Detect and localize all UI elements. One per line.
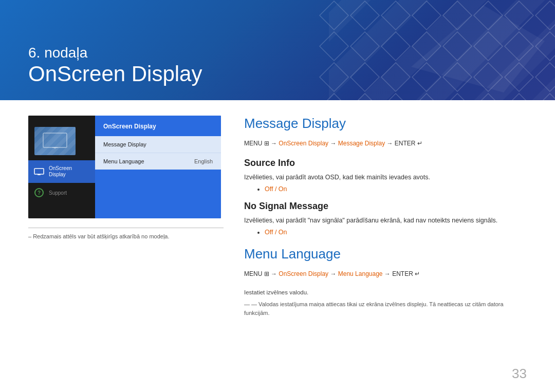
path-message-display: Message Display xyxy=(338,140,385,147)
path-enter: ENTER ↵ xyxy=(395,140,422,147)
path2-onscreen: OnScreen Display xyxy=(279,270,328,277)
menu-item-support[interactable]: ? Support xyxy=(28,183,95,202)
menu-item-onscreen-label: OnScreen Display xyxy=(49,165,90,178)
support-icon: ? xyxy=(34,188,44,197)
path-arrow-3: → xyxy=(386,140,394,147)
menu-language-section: Menu Language MENU ⊞ → OnScreen Display … xyxy=(244,246,527,317)
header-title: 6. nodaļa OnScreen Display xyxy=(28,45,202,86)
path-arrow-2: → xyxy=(330,140,338,147)
menu-language-desc: Iestatiet izvēlnes valodu. xyxy=(244,288,527,297)
menu-left-sidebar: OnScreen Display ? Support xyxy=(28,116,95,218)
onscreen-icon xyxy=(33,167,45,176)
main-content: OnScreen Display ? Support OnScreen Disp… xyxy=(0,100,555,327)
tv-thumbnail xyxy=(34,127,76,155)
page-header: 6. nodaļa OnScreen Display xyxy=(0,0,555,100)
screenshot-note: – Redzamais attēls var būt atšķirīgs atk… xyxy=(28,228,224,239)
header-decoration xyxy=(319,0,555,100)
no-signal-title: No Signal Message xyxy=(244,201,527,212)
menu-item-onscreen[interactable]: OnScreen Display xyxy=(28,160,95,183)
menu-language-title: Menu Language xyxy=(244,246,527,262)
page-number: 33 xyxy=(512,366,527,382)
tv-thumbnail-icon xyxy=(42,132,68,150)
path2-menu-prefix: MENU xyxy=(244,270,264,277)
menu-right-item-message[interactable]: Message Display xyxy=(95,136,221,153)
source-info-bullet: Off / On xyxy=(265,185,527,193)
path2-arrow-3: → xyxy=(384,270,392,277)
svg-rect-5 xyxy=(43,133,67,147)
path2-menu-icon: ⊞ xyxy=(264,270,269,277)
menu-right-item-message-label: Message Display xyxy=(103,141,146,147)
menu-right-panel: OnScreen Display Message Display Menu La… xyxy=(95,116,221,218)
path2-enter: ENTER ↵ xyxy=(392,270,420,277)
support-icon-wrap: ? xyxy=(33,188,45,197)
source-info-desc: Izvēlieties, vai parādīt avota OSD, kad … xyxy=(244,173,527,182)
note-dash: ― xyxy=(244,301,251,307)
svg-rect-8 xyxy=(34,169,44,174)
chapter-label: 6. nodaļa xyxy=(28,45,202,61)
note-content: ― Valodas iestatījuma maiņa attiecas tik… xyxy=(244,301,504,316)
left-panel: OnScreen Display ? Support OnScreen Disp… xyxy=(28,116,224,317)
section-title: OnScreen Display xyxy=(28,62,202,86)
path-menu-prefix: MENU xyxy=(244,140,264,147)
path2-arrow-1: → xyxy=(271,270,279,277)
menu-right-item-language-value: English xyxy=(194,158,213,164)
menu-right-item-language-label: Menu Language xyxy=(103,158,144,164)
path2-menu-language: Menu Language xyxy=(338,270,383,277)
message-display-path: MENU ⊞ → OnScreen Display → Message Disp… xyxy=(244,139,527,148)
menu-right-header: OnScreen Display xyxy=(95,116,221,136)
screenshot-note-text: – Redzamais attēls var būt atšķirīgs atk… xyxy=(28,233,170,239)
path-arrow-1: → xyxy=(271,140,279,147)
source-info-title: Source Info xyxy=(244,158,527,169)
no-signal-desc: Izvēlieties, vai parādīt "nav signāla" p… xyxy=(244,216,527,226)
tv-icon-svg xyxy=(34,168,44,176)
menu-language-note: ― ― Valodas iestatījuma maiņa attiecas t… xyxy=(244,300,527,317)
menu-right-item-language[interactable]: Menu Language English xyxy=(95,153,221,170)
message-display-title: Message Display xyxy=(244,116,527,132)
menu-language-path: MENU ⊞ → OnScreen Display → Menu Languag… xyxy=(244,269,527,279)
no-signal-bullet: Off / On xyxy=(265,229,527,236)
path-menu-icon: ⊞ xyxy=(264,140,269,147)
menu-screenshot: OnScreen Display ? Support OnScreen Disp… xyxy=(28,116,221,218)
right-panel: Message Display MENU ⊞ → OnScreen Displa… xyxy=(244,116,527,317)
menu-item-support-label: Support xyxy=(49,190,67,196)
path2-arrow-2: → xyxy=(330,270,338,277)
path-onscreen-1: OnScreen Display xyxy=(279,140,328,147)
